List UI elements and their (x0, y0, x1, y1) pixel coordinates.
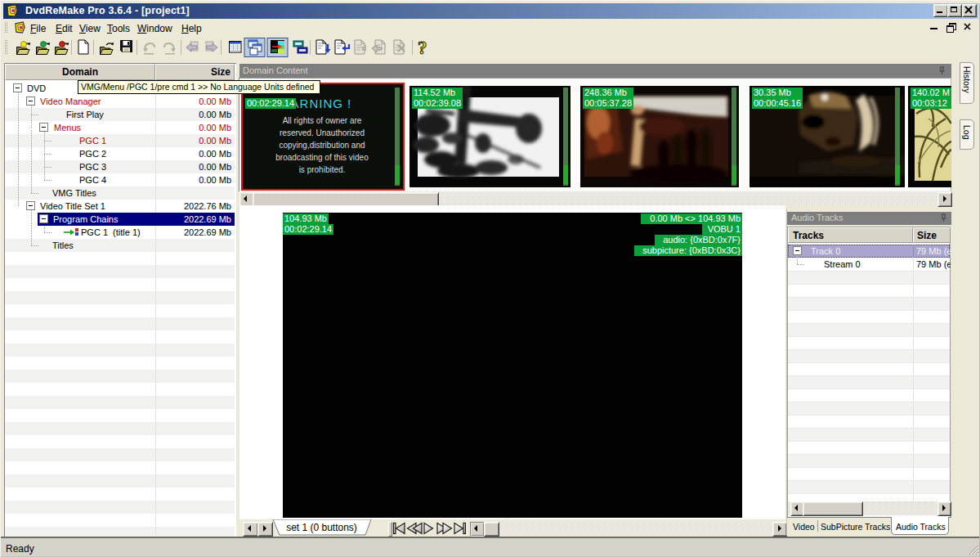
svg-text:?: ? (418, 38, 427, 58)
